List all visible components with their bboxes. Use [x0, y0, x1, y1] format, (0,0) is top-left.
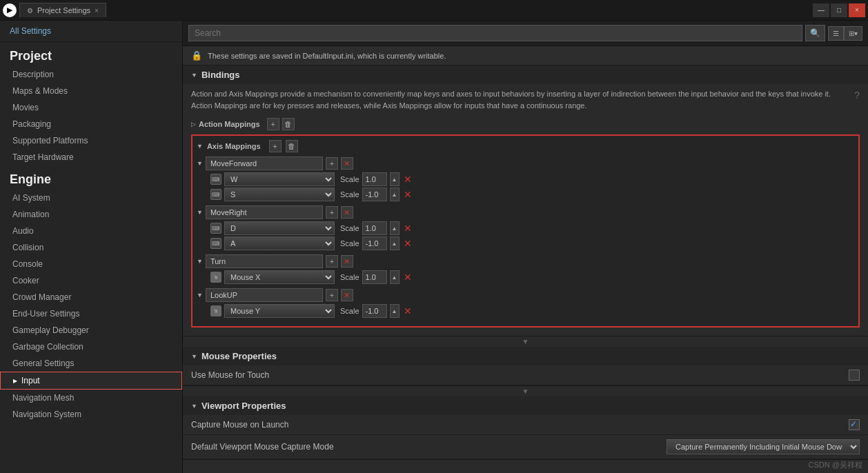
remove-lookup-btn[interactable]: ✕	[341, 289, 353, 301]
bindings-desc-text: Action and Axis Mappings provide a mecha…	[191, 88, 849, 111]
add-action-mapping-btn[interactable]: +	[267, 118, 279, 130]
moveforward-s-scale-up[interactable]: ▲	[390, 188, 400, 201]
maximize-btn[interactable]: □	[831, 3, 847, 17]
delete-action-mapping-btn[interactable]: 🗑	[282, 118, 295, 130]
lookup-mousey-scale[interactable]	[362, 304, 387, 318]
sidebar-item-description[interactable]: Description	[0, 66, 182, 83]
axis-mappings-label: Axis Mappings	[207, 142, 261, 150]
moveright-d-scale-up[interactable]: ▲	[390, 221, 400, 235]
capture-mouse-checkbox[interactable]	[849, 419, 860, 430]
remove-moveright-btn[interactable]: ✕	[341, 206, 353, 219]
sidebar-item-movies[interactable]: Movies	[0, 99, 182, 116]
sidebar-item-animation[interactable]: Animation	[0, 206, 182, 223]
add-moveright-key-btn[interactable]: +	[326, 206, 338, 219]
lookup-name-input[interactable]	[206, 288, 323, 302]
sidebar-item-gameplay-debugger[interactable]: Gameplay Debugger	[0, 322, 182, 339]
scale-label-d: Scale	[340, 224, 359, 232]
turn-name-input[interactable]	[206, 254, 323, 268]
moveright-a-scale-up[interactable]: ▲	[390, 236, 400, 250]
minimize-btn[interactable]: —	[813, 3, 829, 17]
sidebar-item-navigation-system[interactable]: Navigation System	[0, 406, 182, 423]
turn-mousex-scale-up[interactable]: ▲	[390, 270, 400, 284]
scroll-down-arrow-1: ▼	[522, 338, 529, 345]
mouse-properties-arrow: ▼	[191, 353, 197, 360]
action-mappings-arrow: ▷	[191, 121, 196, 128]
project-settings-tab[interactable]: ⚙ Project Settings ×	[19, 3, 106, 17]
sidebar-item-general-settings[interactable]: General Settings	[0, 355, 182, 372]
delete-axis-mapping-btn[interactable]: 🗑	[286, 140, 298, 152]
moveforward-s-select[interactable]: S	[224, 188, 335, 201]
moveright-a-select[interactable]: A	[224, 236, 335, 250]
viewport-properties-section: ▼ Viewport Properties Capture Mouse on L…	[183, 396, 868, 460]
mapping-group-turn: ▼ + ✕ 🖱 Mouse X Scale	[197, 254, 854, 284]
title-bar: ▶ ⚙ Project Settings × — □ ×	[0, 0, 868, 21]
sidebar-item-console[interactable]: Console	[0, 256, 182, 272]
moveforward-name-input[interactable]	[206, 157, 323, 170]
axis-mappings-wrapper: ▼ Axis Mappings + 🗑 ▼ + ✕	[183, 134, 868, 336]
sidebar-item-cooker[interactable]: Cooker	[0, 272, 182, 289]
moveforward-w-select[interactable]: W	[224, 172, 335, 186]
sidebar-item-collision[interactable]: Collision	[0, 239, 182, 256]
sidebar-item-crowd-manager[interactable]: Crowd Manager	[0, 289, 182, 305]
scale-label-mousey: Scale	[340, 307, 359, 315]
moveright-d-select[interactable]: D	[224, 221, 335, 235]
scale-label-s: Scale	[340, 190, 359, 199]
turn-mousex-select[interactable]: Mouse X	[224, 270, 335, 284]
sidebar-item-navigation-mesh[interactable]: Navigation Mesh	[0, 390, 182, 406]
sidebar-item-packaging[interactable]: Packaging	[0, 116, 182, 132]
sidebar-item-maps-modes[interactable]: Maps & Modes	[0, 83, 182, 99]
add-turn-key-btn[interactable]: +	[326, 255, 338, 268]
tab-close-btn[interactable]: ×	[95, 7, 99, 14]
sidebar-item-target-hardware[interactable]: Target Hardware	[0, 149, 182, 165]
lookup-mousey-select[interactable]: Mouse Y	[224, 304, 335, 318]
remove-a-btn[interactable]: ✕	[404, 238, 412, 249]
add-moveforward-key-btn[interactable]: +	[326, 157, 338, 170]
remove-d-btn[interactable]: ✕	[404, 223, 412, 234]
remove-mousex-btn[interactable]: ✕	[404, 272, 412, 283]
keyboard-icon-w: ⌨	[210, 174, 221, 185]
sidebar-item-end-user-settings[interactable]: End-User Settings	[0, 305, 182, 322]
turn-mousex-scale[interactable]	[362, 270, 387, 284]
moveforward-w-scale[interactable]	[362, 172, 387, 186]
bindings-description: Action and Axis Mappings provide a mecha…	[183, 84, 868, 117]
add-axis-mapping-btn[interactable]: +	[269, 140, 282, 152]
viewport-properties-title: Viewport Properties	[201, 401, 286, 411]
help-icon[interactable]: ?	[854, 88, 860, 103]
bindings-section-header[interactable]: ▼ Bindings	[183, 66, 868, 84]
scale-label-mousex: Scale	[340, 273, 359, 281]
mouse-properties-section: ▼ Mouse Properties Use Mouse for Touch	[183, 347, 868, 386]
mouse-properties-title: Mouse Properties	[201, 351, 277, 361]
lookup-mousey-scale-up[interactable]: ▲	[390, 304, 400, 318]
list-view-btn[interactable]: ☰	[828, 26, 844, 41]
sidebar-item-input[interactable]: ▶ Input	[0, 372, 182, 390]
close-btn[interactable]: ×	[849, 3, 865, 17]
search-button[interactable]: 🔍	[805, 25, 825, 41]
moveforward-s-row: ⌨ S Scale ▲ ✕	[197, 188, 854, 201]
axis-mappings-header: ▼ Axis Mappings + 🗑	[197, 140, 854, 152]
remove-mousey-btn[interactable]: ✕	[404, 305, 412, 316]
remove-turn-btn[interactable]: ✕	[341, 255, 353, 268]
action-mappings-header: ▷ Action Mappings + 🗑	[183, 117, 868, 132]
sidebar-item-garbage-collection[interactable]: Garbage Collection	[0, 339, 182, 355]
sidebar-item-audio[interactable]: Audio	[0, 223, 182, 239]
info-text: These settings are saved in DefaultInput…	[208, 52, 446, 60]
search-input[interactable]	[188, 25, 802, 41]
lookup-name-row: ▼ + ✕	[197, 288, 854, 302]
remove-moveforward-btn[interactable]: ✕	[341, 157, 353, 170]
moveright-name-input[interactable]	[206, 205, 323, 219]
remove-w-btn[interactable]: ✕	[404, 174, 412, 185]
use-mouse-for-touch-checkbox[interactable]	[849, 370, 860, 381]
grid-view-btn[interactable]: ⊞▾	[844, 26, 862, 41]
mouse-properties-header[interactable]: ▼ Mouse Properties	[183, 347, 868, 365]
moveforward-w-scale-up[interactable]: ▲	[390, 172, 400, 186]
moveright-d-scale[interactable]	[362, 221, 387, 235]
sidebar-item-supported-platforms[interactable]: Supported Platforms	[0, 132, 182, 149]
sidebar-item-ai-system[interactable]: AI System	[0, 190, 182, 206]
sidebar-item-all-settings[interactable]: All Settings	[0, 21, 182, 42]
moveright-a-scale[interactable]	[362, 236, 387, 250]
remove-s-btn[interactable]: ✕	[404, 189, 412, 200]
add-lookup-key-btn[interactable]: +	[326, 289, 338, 301]
default-capture-mode-select[interactable]: Capture Permanently Including Initial Mo…	[667, 439, 860, 454]
viewport-properties-header[interactable]: ▼ Viewport Properties	[183, 396, 868, 415]
moveforward-s-scale[interactable]	[362, 188, 387, 201]
